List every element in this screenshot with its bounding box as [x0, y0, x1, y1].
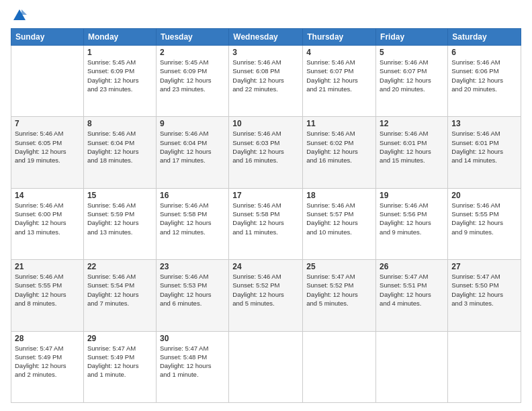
day-number: 29: [87, 334, 152, 343]
day-number: 4: [306, 48, 372, 57]
day-number: 18: [306, 191, 372, 200]
day-info: Sunrise: 5:46 AMSunset: 6:07 PMDaylight:…: [380, 58, 444, 93]
day-number: 24: [232, 262, 299, 271]
day-number: 22: [87, 262, 152, 271]
day-cell: [303, 331, 376, 402]
day-cell: 3Sunrise: 5:46 AMSunset: 6:08 PMDaylight…: [229, 46, 303, 117]
day-number: 1: [87, 48, 152, 57]
day-info: Sunrise: 5:46 AMSunset: 5:56 PMDaylight:…: [380, 201, 444, 236]
day-number: 8: [87, 119, 152, 128]
day-number: 16: [160, 191, 225, 200]
day-number: 5: [380, 48, 444, 57]
day-info: Sunrise: 5:45 AMSunset: 6:09 PMDaylight:…: [160, 58, 225, 93]
day-cell: 20Sunrise: 5:46 AMSunset: 5:55 PMDayligh…: [448, 188, 521, 259]
day-number: 26: [380, 262, 444, 271]
day-cell: [11, 46, 84, 117]
day-number: 10: [232, 119, 299, 128]
day-number: 27: [451, 262, 517, 271]
day-cell: 16Sunrise: 5:46 AMSunset: 5:58 PMDayligh…: [156, 188, 228, 259]
svg-marker-1: [21, 9, 27, 15]
day-number: 13: [451, 119, 517, 128]
day-cell: 22Sunrise: 5:46 AMSunset: 5:54 PMDayligh…: [83, 260, 156, 331]
day-cell: [376, 331, 448, 402]
day-cell: 27Sunrise: 5:47 AMSunset: 5:50 PMDayligh…: [448, 260, 521, 331]
page: SundayMondayTuesdayWednesdayThursdayFrid…: [0, 0, 532, 411]
day-number: 17: [232, 191, 299, 200]
day-cell: 11Sunrise: 5:46 AMSunset: 6:02 PMDayligh…: [303, 117, 376, 188]
day-number: 15: [87, 191, 152, 200]
day-info: Sunrise: 5:46 AMSunset: 5:59 PMDaylight:…: [87, 201, 152, 236]
day-cell: 10Sunrise: 5:46 AMSunset: 6:03 PMDayligh…: [229, 117, 303, 188]
day-header-wednesday: Wednesday: [229, 29, 303, 46]
day-cell: 4Sunrise: 5:46 AMSunset: 6:07 PMDaylight…: [303, 46, 376, 117]
day-number: 2: [160, 48, 225, 57]
day-info: Sunrise: 5:46 AMSunset: 5:55 PMDaylight:…: [15, 272, 80, 308]
day-cell: 25Sunrise: 5:47 AMSunset: 5:52 PMDayligh…: [303, 260, 376, 331]
day-info: Sunrise: 5:46 AMSunset: 6:06 PMDaylight:…: [451, 58, 517, 93]
day-info: Sunrise: 5:47 AMSunset: 5:51 PMDaylight:…: [380, 272, 444, 308]
day-info: Sunrise: 5:46 AMSunset: 5:52 PMDaylight:…: [232, 272, 299, 308]
day-cell: 8Sunrise: 5:46 AMSunset: 6:04 PMDaylight…: [83, 117, 156, 188]
day-info: Sunrise: 5:46 AMSunset: 5:57 PMDaylight:…: [306, 201, 372, 236]
calendar-table: SundayMondayTuesdayWednesdayThursdayFrid…: [11, 28, 521, 403]
day-cell: 12Sunrise: 5:46 AMSunset: 6:01 PMDayligh…: [376, 117, 448, 188]
day-cell: 28Sunrise: 5:47 AMSunset: 5:49 PMDayligh…: [11, 331, 84, 402]
day-info: Sunrise: 5:46 AMSunset: 6:01 PMDaylight:…: [451, 129, 517, 165]
day-cell: 13Sunrise: 5:46 AMSunset: 6:01 PMDayligh…: [448, 117, 521, 188]
day-cell: 7Sunrise: 5:46 AMSunset: 6:05 PMDaylight…: [11, 117, 84, 188]
day-header-thursday: Thursday: [303, 29, 376, 46]
day-info: Sunrise: 5:47 AMSunset: 5:49 PMDaylight:…: [87, 344, 152, 379]
day-header-friday: Friday: [376, 29, 448, 46]
day-number: 19: [380, 191, 444, 200]
logo-icon: [12, 8, 27, 23]
header-row: SundayMondayTuesdayWednesdayThursdayFrid…: [11, 29, 521, 46]
day-info: Sunrise: 5:46 AMSunset: 5:54 PMDaylight:…: [87, 272, 152, 308]
day-number: 14: [15, 191, 80, 200]
day-header-sunday: Sunday: [11, 29, 84, 46]
day-cell: 19Sunrise: 5:46 AMSunset: 5:56 PMDayligh…: [376, 188, 448, 259]
day-number: 21: [15, 262, 80, 271]
day-cell: 5Sunrise: 5:46 AMSunset: 6:07 PMDaylight…: [376, 46, 448, 117]
day-number: 9: [160, 119, 225, 128]
day-info: Sunrise: 5:47 AMSunset: 5:49 PMDaylight:…: [15, 344, 80, 379]
day-info: Sunrise: 5:46 AMSunset: 6:08 PMDaylight:…: [232, 58, 299, 93]
day-info: Sunrise: 5:46 AMSunset: 6:07 PMDaylight:…: [306, 58, 372, 93]
day-cell: 1Sunrise: 5:45 AMSunset: 6:09 PMDaylight…: [83, 46, 156, 117]
day-number: 6: [451, 48, 517, 57]
day-info: Sunrise: 5:46 AMSunset: 5:58 PMDaylight:…: [232, 201, 299, 236]
day-info: Sunrise: 5:47 AMSunset: 5:50 PMDaylight:…: [451, 272, 517, 308]
week-row-0: 1Sunrise: 5:45 AMSunset: 6:09 PMDaylight…: [11, 46, 521, 117]
week-row-3: 21Sunrise: 5:46 AMSunset: 5:55 PMDayligh…: [11, 260, 521, 331]
day-info: Sunrise: 5:46 AMSunset: 5:55 PMDaylight:…: [451, 201, 517, 236]
day-cell: 15Sunrise: 5:46 AMSunset: 5:59 PMDayligh…: [83, 188, 156, 259]
day-cell: [448, 331, 521, 402]
day-number: 28: [15, 334, 80, 343]
day-cell: 30Sunrise: 5:47 AMSunset: 5:48 PMDayligh…: [156, 331, 228, 402]
day-number: 25: [306, 262, 372, 271]
day-number: 20: [451, 191, 517, 200]
day-info: Sunrise: 5:46 AMSunset: 6:02 PMDaylight:…: [306, 129, 372, 165]
day-info: Sunrise: 5:47 AMSunset: 5:52 PMDaylight:…: [306, 272, 372, 308]
day-info: Sunrise: 5:46 AMSunset: 6:00 PMDaylight:…: [15, 201, 80, 236]
day-cell: [229, 331, 303, 402]
day-header-tuesday: Tuesday: [156, 29, 228, 46]
day-info: Sunrise: 5:46 AMSunset: 6:05 PMDaylight:…: [15, 129, 80, 165]
day-info: Sunrise: 5:46 AMSunset: 6:03 PMDaylight:…: [232, 129, 299, 165]
day-cell: 23Sunrise: 5:46 AMSunset: 5:53 PMDayligh…: [156, 260, 228, 331]
day-number: 7: [15, 119, 80, 128]
day-cell: 17Sunrise: 5:46 AMSunset: 5:58 PMDayligh…: [229, 188, 303, 259]
day-info: Sunrise: 5:47 AMSunset: 5:48 PMDaylight:…: [160, 344, 225, 379]
day-number: 12: [380, 119, 444, 128]
day-cell: 14Sunrise: 5:46 AMSunset: 6:00 PMDayligh…: [11, 188, 84, 259]
day-number: 30: [160, 334, 225, 343]
week-row-2: 14Sunrise: 5:46 AMSunset: 6:00 PMDayligh…: [11, 188, 521, 259]
day-cell: 21Sunrise: 5:46 AMSunset: 5:55 PMDayligh…: [11, 260, 84, 331]
day-info: Sunrise: 5:46 AMSunset: 5:53 PMDaylight:…: [160, 272, 225, 308]
day-cell: 6Sunrise: 5:46 AMSunset: 6:06 PMDaylight…: [448, 46, 521, 117]
header: [11, 8, 521, 23]
day-info: Sunrise: 5:46 AMSunset: 6:04 PMDaylight:…: [87, 129, 152, 165]
day-cell: 26Sunrise: 5:47 AMSunset: 5:51 PMDayligh…: [376, 260, 448, 331]
day-info: Sunrise: 5:46 AMSunset: 6:04 PMDaylight:…: [160, 129, 225, 165]
day-info: Sunrise: 5:45 AMSunset: 6:09 PMDaylight:…: [87, 58, 152, 93]
day-cell: 9Sunrise: 5:46 AMSunset: 6:04 PMDaylight…: [156, 117, 228, 188]
